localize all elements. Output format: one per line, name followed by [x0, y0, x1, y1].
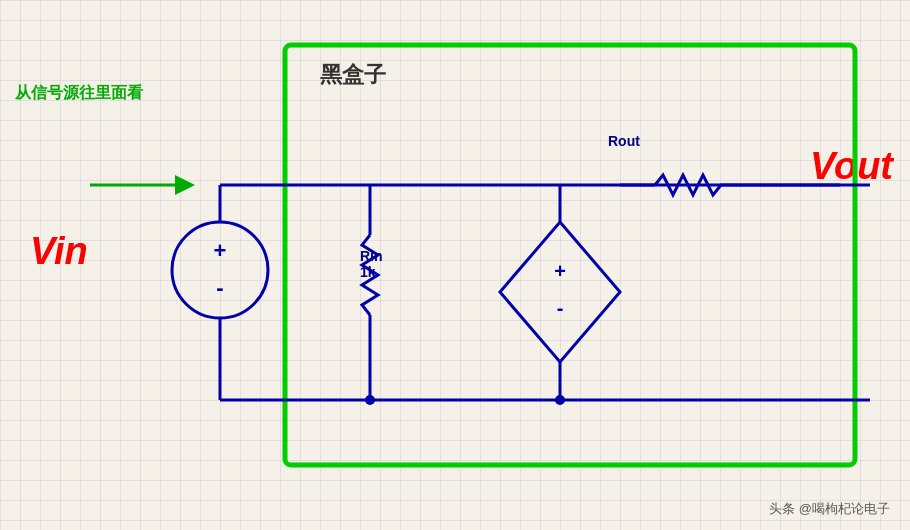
- arrow-head: [175, 175, 195, 195]
- dependent-source: [500, 222, 620, 362]
- svg-text:-: -: [557, 297, 564, 319]
- svg-text:+: +: [214, 238, 227, 263]
- junction-bottom-left: [365, 395, 375, 405]
- circuit-diagram: + - + -: [0, 0, 910, 530]
- rout-resistor: [655, 175, 740, 195]
- voltage-source: [172, 222, 268, 318]
- rin-resistor: [362, 235, 378, 315]
- junction-bottom-right: [555, 395, 565, 405]
- svg-text:-: -: [216, 275, 223, 300]
- svg-text:+: +: [554, 260, 566, 282]
